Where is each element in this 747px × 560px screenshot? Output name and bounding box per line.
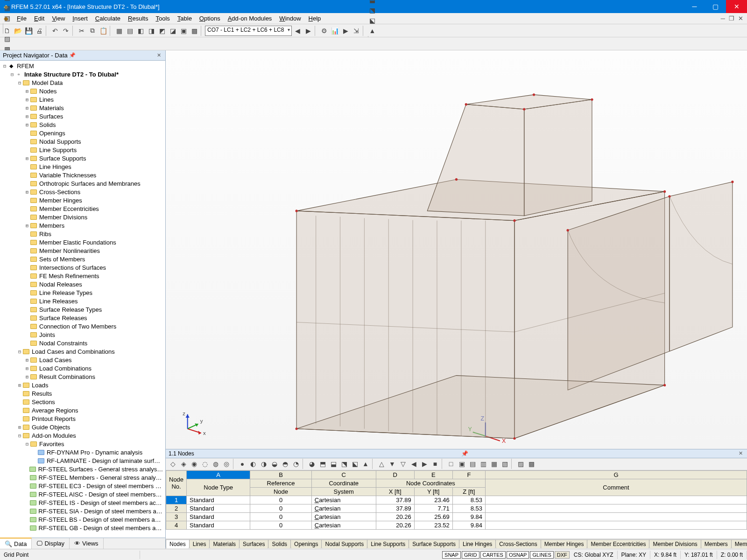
view-button[interactable]: ▦ (114, 26, 124, 36)
scale-button[interactable]: ⇲ (351, 26, 361, 36)
paste-button[interactable]: 📋 (98, 26, 108, 36)
mdi-restore-icon[interactable]: ❐ (729, 15, 734, 22)
tree-top-0-toggle[interactable]: ⊞ (17, 383, 22, 388)
table-tab-line-supports[interactable]: Line Supports (367, 539, 409, 548)
menu-edit[interactable]: Edit (30, 14, 48, 23)
tree-lc-2-toggle[interactable]: ⊞ (24, 374, 30, 379)
tt-button-12[interactable]: ◕ (307, 459, 317, 469)
table-tab-surfaces[interactable]: Surfaces (239, 539, 268, 548)
tree-mod-1[interactable]: RF-STEEL Members - General stress analys… (0, 473, 165, 482)
tt-button-22[interactable]: ▶ (419, 459, 430, 469)
tree-favorites[interactable]: ⊟Favorites (0, 440, 165, 448)
tree-md-9[interactable]: Line Hinges (0, 162, 165, 171)
tb1-button-14[interactable]: ⬓ (367, 0, 377, 5)
tree-top-3[interactable]: Average Regions (0, 406, 165, 414)
tree-md-30[interactable]: Nodal Constraints (0, 339, 165, 347)
tree-md-0[interactable]: ⊞Nodes (0, 87, 165, 95)
table-tab-members[interactable]: Members (701, 539, 732, 548)
tree-md-12[interactable]: ⊞Cross-Sections (0, 188, 165, 196)
tt-button-6[interactable]: ● (237, 459, 247, 469)
tree-root-toggle[interactable]: ⊟ (2, 63, 7, 69)
table-close-icon[interactable]: ✕ (737, 450, 744, 456)
tt-button-30[interactable]: ▨ (515, 459, 526, 469)
tree-fav-1[interactable]: RF-LAMINATE - Design of laminate surface (0, 456, 165, 465)
tt-button-2[interactable]: ◉ (189, 459, 199, 469)
status-toggle-snap[interactable]: SNAP (442, 551, 461, 559)
tree-md-23[interactable]: Nodal Releases (0, 280, 165, 288)
shade-button[interactable]: ▣ (178, 26, 189, 36)
loadcase-combo[interactable]: CO7 - LC1 + LC2 + LC6 + LC8 (205, 26, 292, 36)
tree-lc-1[interactable]: ⊞Load Combinations (0, 364, 165, 372)
layers-button[interactable]: ▤ (125, 26, 135, 36)
tt-button-24[interactable]: □ (446, 459, 456, 469)
tree-mod-5[interactable]: RF-STEEL SIA - Design of steel members a… (0, 507, 165, 515)
tt-button-16[interactable]: ⬕ (350, 459, 360, 469)
tree-md-25[interactable]: Line Releases (0, 297, 165, 305)
tree-model-data[interactable]: ⊟Model Data (0, 78, 165, 87)
tt-button-19[interactable]: ▼ (387, 459, 397, 469)
menu-results[interactable]: Results (124, 14, 152, 23)
table-row[interactable]: 2Standard0Cartesian37.897.718.53 (166, 504, 747, 512)
tt-button-26[interactable]: ▤ (467, 459, 478, 469)
menu-tools[interactable]: Tools (152, 14, 173, 23)
tree-project-toggle[interactable]: ⊟ (9, 72, 15, 77)
tree-md-14[interactable]: Member Eccentricities (0, 204, 165, 213)
tree-mod-0[interactable]: RF-STEEL Surfaces - General stress analy… (0, 465, 165, 473)
tree-mod-4[interactable]: RF-STEEL IS - Design of steel members ac… (0, 498, 165, 507)
menu-insert[interactable]: Insert (69, 14, 92, 23)
tree-top-5-toggle[interactable]: ⊞ (17, 425, 22, 430)
col-F[interactable]: F (452, 470, 485, 479)
redo-button[interactable]: ↷ (61, 26, 71, 36)
tree-addon[interactable]: ⊟Add-on Modules (0, 431, 165, 440)
tb2-button-28[interactable]: ▦ (2, 3, 12, 13)
status-toggle-grid[interactable]: GRID (462, 551, 479, 559)
table-row[interactable]: 4Standard0Cartesian20.2623.529.84 (166, 521, 747, 529)
save-button[interactable]: 💾 (23, 26, 34, 36)
animate-button[interactable]: ▶ (340, 26, 351, 36)
tt-button-31[interactable]: ▩ (526, 459, 536, 469)
tt-button-18[interactable]: △ (376, 459, 387, 469)
tt-button-25[interactable]: ▣ (457, 459, 467, 469)
tt-button-17[interactable]: ▲ (360, 459, 371, 469)
prev-lc-button[interactable]: ◀ (292, 26, 303, 36)
tt-button-5[interactable]: ◎ (221, 459, 232, 469)
tree-md-19[interactable]: Member Nonlinearities (0, 246, 165, 255)
minimize-button[interactable]: ─ (684, 0, 705, 13)
tb1-button-15[interactable]: ⬔ (367, 5, 377, 15)
tree-md-0-toggle[interactable]: ⊞ (24, 89, 30, 94)
navigator-tree[interactable]: ⊟◆RFEM⊟▫Intake Structure DT2 - To Dlubal… (0, 61, 165, 538)
tb2-button-30[interactable]: ▨ (2, 34, 12, 44)
navigator-close-icon[interactable]: ✕ (155, 52, 162, 58)
col-D[interactable]: D (376, 470, 414, 479)
model-viewport[interactable]: X Y Z x y z (166, 50, 747, 449)
tt-button-10[interactable]: ◓ (280, 459, 290, 469)
tt-button-7[interactable]: ◐ (248, 459, 258, 469)
table-tab-openings[interactable]: Openings (290, 539, 322, 548)
menu-options[interactable]: Options (196, 14, 224, 23)
menu-table[interactable]: Table (174, 14, 196, 23)
col-G[interactable]: G (486, 470, 747, 479)
status-toggle-dxf[interactable]: DXF (555, 551, 570, 559)
tree-md-11[interactable]: Orthotropic Surfaces and Membranes (0, 179, 165, 188)
tree-favorites-toggle[interactable]: ⊟ (24, 441, 30, 447)
results-button[interactable]: 📊 (330, 26, 340, 36)
tree-md-1[interactable]: ⊞Lines (0, 95, 165, 104)
tt-button-21[interactable]: ◀ (409, 459, 419, 469)
table-pin-icon[interactable]: 📌 (461, 450, 468, 457)
tree-fav-0[interactable]: RF-DYNAM Pro - Dynamic analysis (0, 448, 165, 456)
table-row[interactable]: 3Standard0Cartesian20.2625.699.84 (166, 512, 747, 521)
table-tab-member-hinges[interactable]: Member Hinges (541, 539, 588, 548)
tree-md-16[interactable]: ⊞Members (0, 221, 165, 230)
menu-help[interactable]: Help (305, 14, 325, 23)
color-button[interactable]: ▩ (189, 26, 199, 36)
tab-views[interactable]: 👁Views (70, 538, 103, 549)
mdi-minimize-icon[interactable]: ─ (721, 15, 725, 22)
tree-md-18[interactable]: Member Elastic Foundations (0, 238, 165, 246)
tree-model-data-toggle[interactable]: ⊟ (17, 80, 22, 85)
tree-mod-2[interactable]: RF-STEEL EC3 - Design of steel members a… (0, 482, 165, 490)
menu-file[interactable]: File (13, 14, 30, 23)
tree-md-16-toggle[interactable]: ⊞ (24, 223, 30, 228)
col-B[interactable]: B (250, 470, 311, 479)
menu-window[interactable]: Window (275, 14, 304, 23)
menu-calculate[interactable]: Calculate (92, 14, 124, 23)
